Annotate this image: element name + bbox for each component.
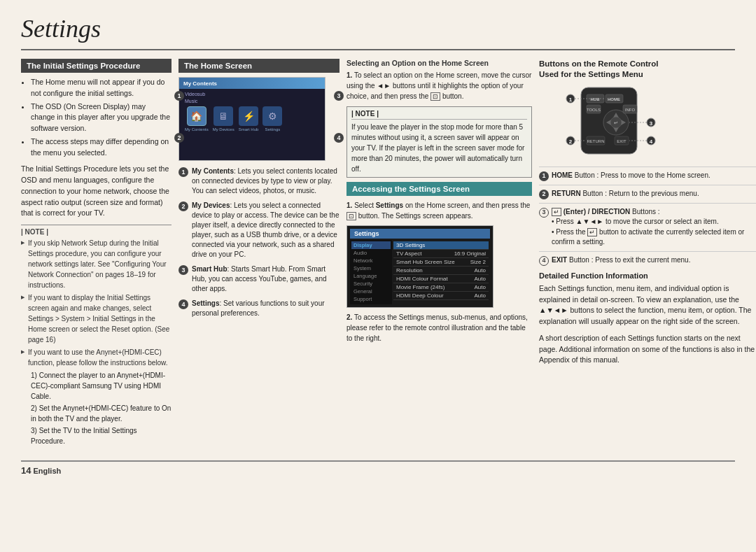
settings-row-hdmicolor-label: HDMI Colour Format [396, 276, 448, 282]
col1-initial-settings: The Initial Settings Procedure The Home … [21, 59, 172, 451]
remote-desc-1: 1 HOME Button : Press to move to the Hom… [539, 167, 756, 181]
remote-desc-4-text: EXIT Button : Press to exit the current … [552, 255, 756, 266]
overlay-num-4: 4 [334, 133, 344, 143]
page-footer: 14 English [21, 460, 735, 476]
settings-title-bar: Settings [350, 229, 490, 239]
home-item-2-text: My Devices: Lets you select a connected … [192, 201, 340, 260]
col2-home-screen: The Home Screen My Contents Videosub Mus… [178, 59, 340, 323]
svg-text:HUB: HUB [591, 97, 601, 101]
step-1: 1) Connect the player to an Anynet+(HDMI… [21, 370, 172, 402]
enter-button-icon: ↵ [552, 208, 561, 216]
col3-step3: 2. To access the Settings menus, sub-men… [346, 312, 532, 344]
settings-row-movieframe-val: Auto [475, 284, 486, 290]
num-3: 3 [178, 265, 188, 275]
hs-content: Videosub Music 🏠 My Contents 🖥 My Device… [179, 89, 325, 134]
remote-desc-3: 3 ↵ (Enter) / DIRECTION Buttons : • Pres… [539, 203, 756, 248]
settings-cat-general: General [351, 288, 391, 295]
svg-text:HOME: HOME [608, 97, 620, 101]
settings-row-tv-val: 16:9 Original [454, 250, 486, 257]
col3-step2: 1. Select Settings on the Home screen, a… [346, 200, 532, 222]
remote-desc-3-text: ↵ (Enter) / DIRECTION Buttons : • Press … [552, 207, 756, 248]
col3-note-box: | NOTE | If you leave the player in the … [346, 106, 532, 178]
settings-cat-audio: Audio [351, 249, 391, 257]
settings-row-hdmideep: HDMI Deep Colour Auto [393, 292, 489, 300]
page-title: Settings [21, 14, 735, 43]
settings-row-smarthub-label: Smart Hub Screen Size [396, 259, 455, 265]
detailed-text: Each Settings function, menu item, and i… [539, 283, 756, 327]
settings-row-tv-label: TV Aspect [396, 250, 421, 257]
initial-steps: 1) Connect the player to an Anynet+(HDMI… [21, 370, 172, 446]
initial-note-1: If you skip Network Setup during the Ini… [21, 238, 172, 290]
hs-icon-1-label: My Contents [185, 127, 209, 132]
settings-row-res-val: Auto [475, 267, 486, 274]
remote-num-2: 2 [539, 190, 549, 199]
svg-text:↵: ↵ [614, 120, 618, 125]
num-4: 4 [178, 299, 188, 309]
initial-note-box: | NOTE | If you skip Network Setup durin… [21, 225, 172, 446]
settings-cat-network: Network [351, 257, 391, 264]
settings-sidebar: Display Audio Network System Language Se… [350, 240, 392, 304]
initial-note-2: If you want to display the Initial Setti… [21, 292, 172, 345]
col3-note-text: If you leave the player in the stop mode… [351, 122, 527, 174]
hs-icon-mydevices: 🖥 [214, 106, 233, 126]
col3-accessing-settings: Selecting an Option on the Home Screen 1… [346, 59, 532, 344]
svg-text:EXIT: EXIT [617, 139, 626, 143]
settings-cat-language: Language [351, 272, 391, 280]
detailed-section: Detailed Function Information Each Setti… [539, 271, 756, 366]
initial-note-label: | NOTE | [21, 228, 172, 236]
hs-icon-1: 🏠 My Contents [185, 106, 209, 132]
settings-row-hdmicolor: HDMI Colour Format Auto [393, 275, 489, 283]
remote-desc-1-text: HOME Button : Press to move to the Home … [552, 171, 756, 181]
remote-desc-4: 4 EXIT Button : Press to exit the curren… [539, 251, 756, 266]
selecting-option-title: Selecting an Option on the Home Screen [346, 59, 532, 67]
settings-cat-security: Security [351, 280, 391, 288]
settings-row-tv: TV Aspect 16:9 Original [393, 250, 489, 258]
accessing-settings-header: Accessing the Settings Screen [346, 182, 532, 196]
col4-remote: Buttons on the Remote Control Used for t… [539, 59, 756, 371]
settings-content: Display Audio Network System Language Se… [350, 240, 490, 304]
hs-icon-3-label: Smart Hub [239, 127, 259, 132]
bullet-2: The OSD (On Screen Display) may change i… [31, 101, 172, 134]
num-2: 2 [178, 201, 188, 211]
home-item-1-text: My Contents: Lets you select contents lo… [192, 167, 340, 196]
step-3: 3) Set the TV to the Initial Settings Pr… [21, 425, 172, 446]
settings-cat-support: Support [351, 295, 391, 303]
svg-text:INFO: INFO [625, 108, 636, 112]
hs-icon-settings: ⚙ [262, 106, 282, 126]
detailed-text-2: A short description of each Settings fun… [539, 333, 756, 366]
page-num: 14 [21, 465, 31, 476]
settings-cat-display: Display [351, 241, 391, 249]
settings-row-smarthub-val: Size 2 [470, 259, 486, 265]
svg-text:4: 4 [650, 138, 653, 144]
hs-title: My Contents [183, 80, 217, 87]
remote-illustration: HUB HOME TOOLS ↵ [539, 84, 679, 161]
col3-step1: 1. To select an option on the Home scree… [346, 70, 532, 102]
bullet-3: The access steps may differ depending on… [31, 136, 172, 159]
hs-icon-4-label: Settings [265, 127, 281, 132]
home-screen-items: 1 My Contents: Lets you select contents … [178, 167, 340, 318]
page-lang: English [34, 467, 62, 475]
home-item-2: 2 My Devices: Lets you select a connecte… [178, 201, 340, 260]
col3-step2-num: 1. [346, 201, 352, 209]
overlay-num-3: 3 [334, 91, 344, 101]
svg-text:1: 1 [569, 96, 573, 102]
home-item-4-text: Settings: Set various functions to suit … [192, 299, 340, 318]
settings-row-smarthub: Smart Hub Screen Size Size 2 [393, 258, 489, 267]
settings-cat-system: System [351, 264, 391, 272]
num-1: 1 [178, 167, 188, 177]
settings-row-res: Resolution Auto [393, 267, 489, 275]
remote-num-3: 3 [539, 208, 549, 218]
hs-top-bar: My Contents [179, 78, 325, 89]
hs-icons-row: 🏠 My Contents 🖥 My Devices ⚡ Smart Hub [185, 106, 319, 132]
settings-row-hdmideep-label: HDMI Deep Colour [396, 292, 444, 299]
settings-row-3d: 3D Settings [393, 241, 489, 250]
step2-button: ⊡ [346, 212, 356, 220]
svg-text:2: 2 [569, 138, 573, 144]
bullet-1: The Home menu will not appear if you do … [31, 77, 172, 99]
home-item-3-text: Smart Hub: Starts Smart Hub. From Smart … [192, 264, 340, 294]
overlay-num-1: 1 [174, 91, 184, 101]
col3-note-label: | NOTE | [351, 110, 527, 120]
initial-bullets: The Home menu will not appear if you do … [21, 77, 172, 158]
svg-text:3: 3 [650, 120, 653, 126]
svg-text:TOOLS: TOOLS [587, 108, 601, 112]
